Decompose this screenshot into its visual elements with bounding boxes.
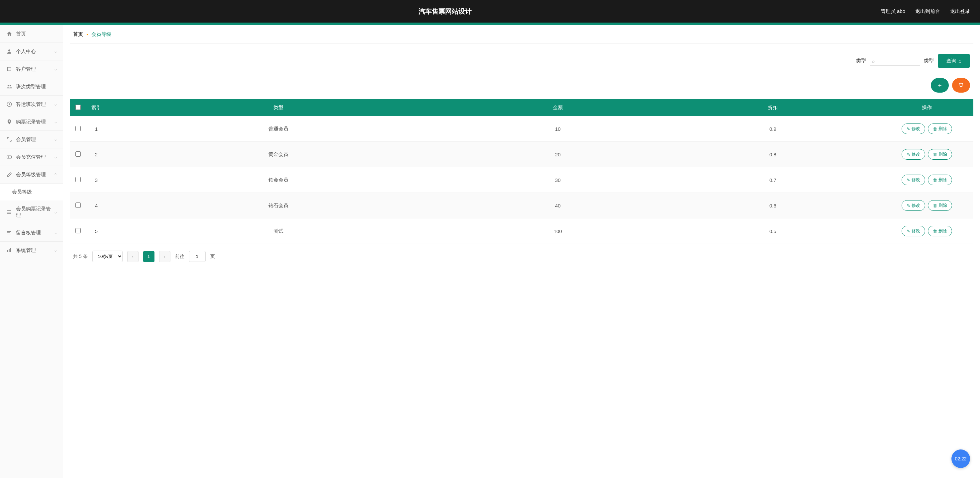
edit-button[interactable]: ✎ 修改	[902, 124, 925, 134]
cell-index: 3	[86, 167, 106, 193]
sidebar-item-3[interactable]: 班次类型管理	[0, 78, 63, 95]
svg-rect-6	[7, 250, 8, 252]
col-index: 索引	[86, 99, 106, 116]
table-header: 索引 类型 金额 折扣 操作	[70, 99, 974, 116]
chevron-down-icon: ⌵	[54, 102, 57, 106]
user-label[interactable]: 管理员 abo	[881, 8, 905, 14]
crop-icon	[6, 66, 13, 72]
sidebar-item-0[interactable]: 首页	[0, 25, 63, 43]
edit-button[interactable]: ✎ 修改	[902, 200, 925, 211]
goto-page-input[interactable]	[189, 251, 206, 262]
sidebar-item-2[interactable]: 客户管理⌵	[0, 60, 63, 78]
sidebar-item-7[interactable]: 会员充值管理⌵	[0, 148, 63, 166]
edit-icon	[6, 171, 13, 178]
row-checkbox[interactable]	[75, 151, 81, 157]
query-button-label: 查询	[947, 58, 956, 64]
svg-rect-5	[7, 156, 12, 158]
delete-button[interactable]: 🗑 删除	[928, 124, 952, 134]
edit-icon: ✎	[907, 229, 910, 234]
pagination-total: 共 5 条	[73, 254, 88, 260]
sidebar-item-5[interactable]: 购票记录管理⌵	[0, 113, 63, 131]
cell-amount: 100	[450, 218, 665, 244]
app-header: 汽车售票网站设计 管理员 abo 退出到前台 退出登录	[0, 0, 980, 22]
clock-icon	[6, 101, 13, 108]
edit-icon: ✎	[907, 178, 910, 183]
sidebar-item-6[interactable]: 会员管理⌵	[0, 131, 63, 148]
cell-amount: 40	[450, 193, 665, 218]
svg-point-3	[10, 85, 11, 87]
goto-prefix: 前往	[175, 254, 185, 260]
exit-to-front-link[interactable]: 退出到前台	[915, 8, 940, 14]
svg-rect-8	[10, 248, 11, 252]
chevron-down-icon: ⌵	[54, 210, 57, 214]
delete-button[interactable]: 🗑 删除	[928, 200, 952, 211]
list-icon	[6, 209, 13, 216]
row-checkbox[interactable]	[75, 126, 81, 131]
sidebar-item-8[interactable]: 会员等级管理⌵	[0, 166, 63, 184]
sidebar-item-label: 会员管理	[16, 137, 54, 143]
sidebar-item-label: 系统管理	[16, 247, 54, 254]
row-checkbox[interactable]	[75, 202, 81, 208]
filter-input-1[interactable]	[870, 56, 920, 66]
delete-button[interactable]: 🗑 删除	[928, 226, 952, 237]
edit-button[interactable]: ✎ 修改	[902, 226, 925, 237]
search-icon: ⌕	[958, 58, 961, 64]
cell-index: 2	[86, 142, 106, 167]
breadcrumb-home[interactable]: 首页	[73, 31, 83, 38]
sidebar-item-4[interactable]: 客运班次管理⌵	[0, 95, 63, 113]
sidebar-item-label: 会员等级管理	[16, 172, 54, 178]
logout-link[interactable]: 退出登录	[950, 8, 970, 14]
svg-rect-7	[9, 249, 10, 252]
page-size-select[interactable]: 10条/页	[92, 251, 123, 262]
sidebar-item-1[interactable]: 个人中心⌵	[0, 43, 63, 60]
ticket-icon	[6, 154, 13, 160]
chevron-down-icon: ⌵	[54, 119, 57, 124]
row-checkbox[interactable]	[75, 177, 81, 182]
sidebar-item-11[interactable]: 留言板管理⌵	[0, 224, 63, 241]
col-discount: 折扣	[665, 99, 880, 116]
sidebar-item-label: 会员充值管理	[16, 154, 54, 160]
sidebar: 首页个人中心⌵客户管理⌵班次类型管理客运班次管理⌵购票记录管理⌵会员管理⌵会员充…	[0, 25, 63, 478]
filter-bar: 类型 ⌕ 类型 查询 ⌕	[70, 47, 974, 75]
sidebar-item-9[interactable]: 会员等级	[0, 184, 63, 200]
trash-icon	[958, 82, 964, 89]
timer-badge[interactable]: 02:22	[951, 449, 970, 468]
page-1-button[interactable]: 1	[143, 251, 154, 262]
chevron-down-icon: ⌵	[54, 155, 57, 159]
cell-type: 铂金会员	[106, 167, 450, 193]
add-button[interactable]: ＋	[931, 78, 949, 93]
filter-label-1: 类型	[856, 58, 866, 64]
edit-button[interactable]: ✎ 修改	[902, 175, 925, 185]
table-row: 5测试1000.5✎ 修改🗑 删除	[70, 218, 974, 244]
sidebar-item-10[interactable]: 会员购票记录管理⌵	[0, 200, 63, 224]
prev-page-button[interactable]: ‹	[127, 251, 138, 262]
table-row: 1普通会员100.9✎ 修改🗑 删除	[70, 116, 974, 142]
user-icon	[6, 48, 13, 55]
sidebar-item-12[interactable]: 系统管理⌵	[0, 241, 63, 259]
app-title: 汽车售票网站设计	[10, 7, 881, 16]
cell-discount: 0.7	[665, 167, 880, 193]
cell-amount: 20	[450, 142, 665, 167]
delete-button[interactable]: 🗑 删除	[928, 149, 952, 160]
query-button[interactable]: 查询 ⌕	[938, 54, 970, 68]
row-checkbox[interactable]	[75, 228, 81, 233]
edit-icon: ✎	[907, 203, 910, 208]
edit-button[interactable]: ✎ 修改	[902, 149, 925, 160]
sidebar-item-label: 购票记录管理	[16, 119, 54, 125]
goto-suffix: 页	[210, 254, 215, 260]
svg-rect-1	[8, 67, 11, 71]
delete-button[interactable]: 🗑 删除	[928, 175, 952, 185]
sidebar-item-label: 班次类型管理	[16, 84, 57, 90]
table-row: 4钻石会员400.6✎ 修改🗑 删除	[70, 193, 974, 218]
cell-amount: 30	[450, 167, 665, 193]
chevron-down-icon: ⌵	[54, 248, 57, 252]
search-icon: ⌕	[872, 59, 875, 64]
next-page-button[interactable]: ›	[159, 251, 170, 262]
cell-amount: 10	[450, 116, 665, 142]
bulk-delete-button[interactable]	[952, 78, 970, 93]
lines-icon	[6, 229, 13, 236]
breadcrumb: 首页 ▪ 会员等级	[70, 25, 974, 44]
pagination: 共 5 条 10条/页 ‹ 1 › 前往 页	[70, 244, 974, 269]
table-body: 1普通会员100.9✎ 修改🗑 删除2黄金会员200.8✎ 修改🗑 删除3铂金会…	[70, 116, 974, 244]
select-all-checkbox[interactable]	[75, 105, 81, 110]
